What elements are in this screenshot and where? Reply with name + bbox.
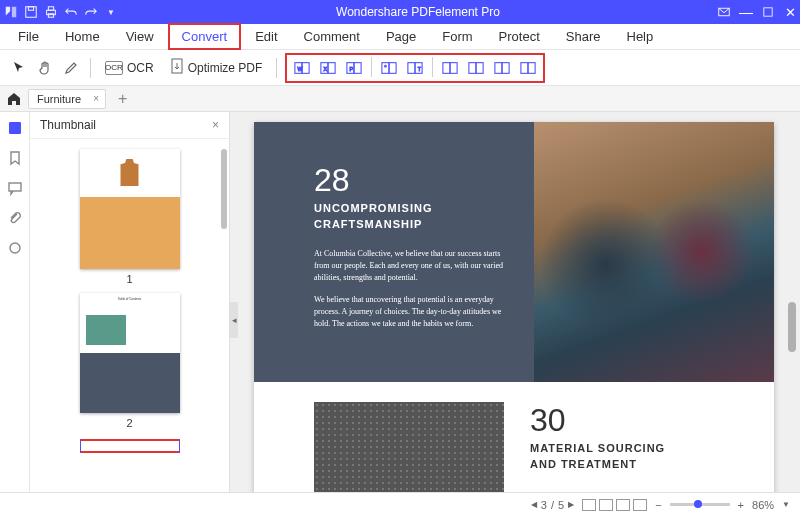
svg-rect-28 — [502, 62, 509, 73]
view-single-icon[interactable] — [582, 499, 596, 511]
caret-down-icon[interactable]: ▼ — [104, 5, 118, 19]
search-panel-icon[interactable] — [7, 240, 23, 256]
to-image-icon[interactable] — [378, 57, 400, 79]
svg-rect-32 — [9, 183, 21, 191]
svg-rect-0 — [26, 7, 37, 18]
section-number: 28 — [314, 162, 508, 199]
svg-text:X: X — [324, 65, 328, 71]
section-image — [534, 122, 774, 382]
zoom-dropdown-icon[interactable]: ▼ — [782, 500, 790, 509]
add-tab-icon[interactable]: + — [112, 90, 133, 108]
tab-close-icon[interactable]: × — [93, 93, 99, 104]
zoom-in-icon[interactable]: + — [738, 499, 744, 511]
thumbnail-label: 1 — [80, 273, 180, 285]
menu-share[interactable]: Share — [554, 25, 613, 48]
thumbnail-panel: Thumbnail × COLUMBIA 1 Table of Contents… — [30, 112, 230, 492]
zoom-slider[interactable] — [670, 503, 730, 506]
thumbnail-close-icon[interactable]: × — [212, 118, 219, 132]
comment-panel-icon[interactable] — [7, 180, 23, 196]
tab-bar: Furniture × + — [0, 86, 800, 112]
status-bar: ◀ 3 / 5 ▶ − + 86% ▼ — [0, 492, 800, 516]
ocr-button[interactable]: OCR OCR — [99, 59, 160, 77]
svg-rect-29 — [521, 62, 528, 73]
thumbnail-label: 2 — [80, 417, 180, 429]
optimize-pdf-button[interactable]: Optimize PDF — [164, 56, 269, 79]
next-page-icon[interactable]: ▶ — [568, 500, 574, 509]
page-total: 5 — [558, 499, 564, 511]
svg-rect-18 — [389, 62, 396, 73]
hand-tool-icon[interactable] — [34, 57, 56, 79]
thumbnail-scrollbar[interactable] — [221, 149, 227, 229]
svg-text:W: W — [298, 65, 304, 71]
optimize-icon — [170, 58, 184, 77]
menu-convert[interactable]: Convert — [168, 23, 242, 50]
to-text-icon[interactable]: T — [404, 57, 426, 79]
side-toolbar — [0, 112, 30, 492]
view-continuous-icon[interactable] — [599, 499, 613, 511]
menu-file[interactable]: File — [6, 25, 51, 48]
app-title: Wondershare PDFelement Pro — [118, 5, 718, 19]
menu-form[interactable]: Form — [430, 25, 484, 48]
page-current: 3 — [541, 499, 547, 511]
optimize-label: Optimize PDF — [188, 61, 263, 75]
maximize-icon[interactable] — [762, 6, 774, 18]
prev-page-icon[interactable]: ◀ — [531, 500, 537, 509]
menu-edit[interactable]: Edit — [243, 25, 289, 48]
to-word-icon[interactable]: W — [291, 57, 313, 79]
menu-comment[interactable]: Comment — [292, 25, 372, 48]
print-icon[interactable] — [44, 5, 58, 19]
document-tab[interactable]: Furniture × — [28, 89, 106, 109]
to-epub-icon[interactable] — [465, 57, 487, 79]
section-title-line: CRAFTSMANSHIP — [314, 217, 508, 231]
section-title-line: MATERIAL SOURCING — [530, 441, 665, 455]
menu-protect[interactable]: Protect — [487, 25, 552, 48]
to-excel-icon[interactable]: X — [317, 57, 339, 79]
toolbar: OCR OCR Optimize PDF W X P T — [0, 50, 800, 86]
home-icon[interactable] — [6, 91, 22, 107]
thumbnail-panel-icon[interactable] — [7, 120, 23, 136]
svg-rect-3 — [48, 7, 53, 11]
menu-help[interactable]: Help — [615, 25, 666, 48]
svg-point-33 — [10, 243, 20, 253]
menu-bar: File Home View Convert Edit Comment Page… — [0, 24, 800, 50]
svg-text:T: T — [418, 65, 422, 71]
zoom-out-icon[interactable]: − — [655, 499, 661, 511]
document-area[interactable]: ◂ 28 UNCOMPROMISING CRAFTSMANSHIP At Col… — [230, 112, 800, 492]
close-icon[interactable]: ✕ — [784, 6, 796, 18]
title-bar: ▼ Wondershare PDFelement Pro — ✕ — [0, 0, 800, 24]
thumbnail-page-3[interactable] — [80, 439, 180, 453]
collapse-panel-icon[interactable]: ◂ — [230, 302, 238, 338]
to-html-icon[interactable] — [439, 57, 461, 79]
to-ppt-icon[interactable]: P — [343, 57, 365, 79]
select-tool-icon[interactable] — [8, 57, 30, 79]
section-number: 30 — [530, 402, 665, 439]
svg-rect-9 — [302, 62, 309, 73]
view-two-icon[interactable] — [616, 499, 630, 511]
mail-icon[interactable] — [718, 6, 730, 18]
page-view: 28 UNCOMPROMISING CRAFTSMANSHIP At Colum… — [254, 122, 774, 492]
menu-home[interactable]: Home — [53, 25, 112, 48]
document-scrollbar[interactable] — [788, 302, 796, 352]
bookmark-panel-icon[interactable] — [7, 150, 23, 166]
redo-icon[interactable] — [84, 5, 98, 19]
to-rtf-icon[interactable] — [491, 57, 513, 79]
ocr-label: OCR — [127, 61, 154, 75]
attachment-panel-icon[interactable] — [7, 210, 23, 226]
minimize-icon[interactable]: — — [740, 6, 752, 18]
section-body: We believe that uncovering that potentia… — [314, 294, 508, 330]
undo-icon[interactable] — [64, 5, 78, 19]
view-grid-icon[interactable] — [633, 499, 647, 511]
section-title-line: UNCOMPROMISING — [314, 201, 508, 215]
menu-view[interactable]: View — [114, 25, 166, 48]
to-pdfa-icon[interactable] — [517, 57, 539, 79]
edit-tool-icon[interactable] — [60, 57, 82, 79]
menu-page[interactable]: Page — [374, 25, 428, 48]
svg-rect-17 — [382, 62, 389, 73]
thumbnail-page-2[interactable]: Table of Contents 2 — [80, 293, 180, 429]
save-icon[interactable] — [24, 5, 38, 19]
thumbnail-page-1[interactable]: COLUMBIA 1 — [80, 149, 180, 285]
svg-rect-26 — [476, 62, 483, 73]
svg-point-19 — [385, 65, 387, 67]
tab-label: Furniture — [37, 93, 81, 105]
svg-rect-15 — [354, 62, 361, 73]
